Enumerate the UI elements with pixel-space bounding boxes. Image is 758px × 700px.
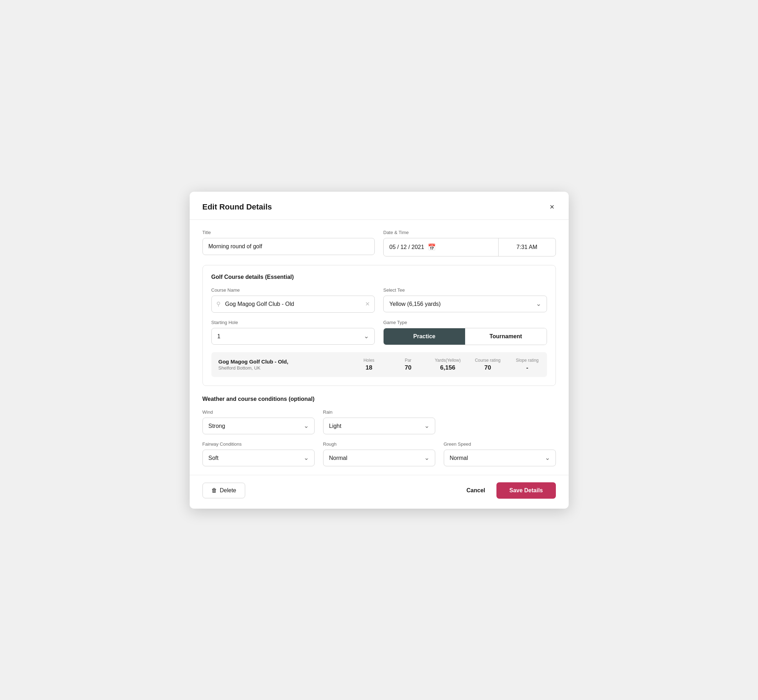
rough-select-wrap: Normal ⌄	[323, 450, 435, 466]
save-button[interactable]: Save Details	[496, 482, 556, 499]
rain-label: Rain	[323, 409, 435, 415]
fairway-select[interactable]: Soft	[202, 450, 315, 466]
date-time-label: Date & Time	[383, 230, 556, 235]
fairway-group: Fairway Conditions Soft ⌄	[202, 441, 315, 466]
game-type-label: Game Type	[383, 320, 547, 325]
modal-header: Edit Round Details ×	[190, 192, 568, 220]
course-rating-value: 70	[484, 364, 491, 371]
game-type-toggle: Practice Tournament	[383, 328, 547, 345]
conditions-row: Fairway Conditions Soft ⌄ Rough Normal	[202, 441, 556, 466]
title-date-row: Title Date & Time 05 / 12 / 2021 📅 7:31 …	[202, 230, 556, 256]
clear-icon[interactable]: ✕	[365, 300, 370, 307]
starting-hole-group: Starting Hole 1 ⌄	[211, 320, 375, 345]
modal-footer: 🗑 Delete Cancel Save Details	[190, 475, 568, 509]
starting-hole-label: Starting Hole	[211, 320, 375, 325]
search-icon: ⚲	[216, 300, 221, 307]
rough-select[interactable]: Normal	[323, 450, 435, 466]
wind-rain-row: Wind Strong ⌄ Rain Light ⌄	[202, 409, 556, 434]
weather-section: Weather and course conditions (optional)…	[202, 396, 556, 466]
wind-select[interactable]: Strong	[202, 417, 315, 434]
course-rating-label: Course rating	[475, 358, 500, 363]
edit-round-modal: Edit Round Details × Title Date & Time 0…	[190, 192, 568, 509]
modal-body: Title Date & Time 05 / 12 / 2021 📅 7:31 …	[190, 220, 568, 475]
green-speed-label: Green Speed	[444, 441, 556, 447]
date-time-field: 05 / 12 / 2021 📅 7:31 AM	[383, 238, 556, 256]
course-name-display: Gog Magog Golf Club - Old,	[219, 359, 342, 364]
time-field[interactable]: 7:31 AM	[498, 238, 556, 256]
cancel-button[interactable]: Cancel	[464, 483, 488, 498]
select-tee-label: Select Tee	[383, 288, 547, 293]
holes-value: 18	[365, 364, 372, 371]
par-value: 70	[405, 364, 411, 371]
course-rating-stat: Course rating 70	[475, 358, 500, 371]
footer-right: Cancel Save Details	[464, 482, 556, 499]
course-location: Shelford Bottom, UK	[219, 365, 342, 370]
par-label: Par	[405, 358, 411, 363]
green-speed-select[interactable]: Normal	[444, 450, 556, 466]
weather-section-title: Weather and course conditions (optional)	[202, 396, 556, 402]
select-tee-group: Select Tee Yellow (6,156 yards) ⌄	[383, 288, 547, 312]
slope-rating-stat: Slope rating -	[515, 358, 540, 371]
slope-rating-label: Slope rating	[516, 358, 539, 363]
modal-title: Edit Round Details	[202, 202, 272, 212]
fairway-label: Fairway Conditions	[202, 441, 315, 447]
yards-label: Yards(Yellow)	[435, 358, 461, 363]
holes-stat: Holes 18	[357, 358, 382, 371]
rain-select[interactable]: Light	[323, 417, 435, 434]
date-value: 05 / 12 / 2021	[389, 244, 424, 250]
course-info-box: Gog Magog Golf Club - Old, Shelford Bott…	[211, 352, 547, 377]
game-type-group: Game Type Practice Tournament	[383, 320, 547, 345]
time-value: 7:31 AM	[516, 244, 537, 250]
slope-rating-value: -	[526, 364, 528, 371]
course-name-search-wrap: ⚲ ✕	[211, 295, 375, 312]
holes-label: Holes	[363, 358, 374, 363]
practice-button[interactable]: Practice	[384, 328, 465, 345]
course-name-group: Course Name ⚲ ✕	[211, 288, 375, 312]
wind-select-wrap: Strong ⌄	[202, 417, 315, 434]
starting-hole-input[interactable]: 1	[211, 328, 375, 345]
select-tee-wrap: Yellow (6,156 yards) ⌄	[383, 295, 547, 312]
trash-icon: 🗑	[211, 487, 217, 494]
course-tee-row: Course Name ⚲ ✕ Select Tee Yellow (6,156…	[211, 288, 547, 312]
green-speed-select-wrap: Normal ⌄	[444, 450, 556, 466]
par-stat: Par 70	[396, 358, 421, 371]
date-time-group: Date & Time 05 / 12 / 2021 📅 7:31 AM	[383, 230, 556, 256]
course-info-name: Gog Magog Golf Club - Old, Shelford Bott…	[219, 359, 342, 370]
select-tee-input[interactable]: Yellow (6,156 yards)	[383, 295, 547, 312]
course-name-label: Course Name	[211, 288, 375, 293]
yards-stat: Yards(Yellow) 6,156	[435, 358, 461, 371]
tournament-button[interactable]: Tournament	[465, 328, 547, 345]
close-button[interactable]: ×	[548, 202, 556, 212]
date-field[interactable]: 05 / 12 / 2021 📅	[384, 238, 498, 256]
hole-gametype-row: Starting Hole 1 ⌄ Game Type Practice Tou…	[211, 320, 547, 345]
yards-value: 6,156	[440, 364, 456, 371]
rain-select-wrap: Light ⌄	[323, 417, 435, 434]
calendar-icon: 📅	[428, 243, 435, 251]
title-group: Title	[202, 230, 375, 256]
starting-hole-wrap: 1 ⌄	[211, 328, 375, 345]
fairway-select-wrap: Soft ⌄	[202, 450, 315, 466]
course-name-input[interactable]	[211, 295, 375, 312]
delete-button[interactable]: 🗑 Delete	[202, 483, 245, 498]
rough-label: Rough	[323, 441, 435, 447]
rough-group: Rough Normal ⌄	[323, 441, 435, 466]
title-label: Title	[202, 230, 375, 235]
wind-group: Wind Strong ⌄	[202, 409, 315, 434]
wind-label: Wind	[202, 409, 315, 415]
title-input[interactable]	[202, 238, 375, 255]
golf-course-section: Golf Course details (Essential) Course N…	[202, 265, 556, 386]
green-speed-group: Green Speed Normal ⌄	[444, 441, 556, 466]
rain-group: Rain Light ⌄	[323, 409, 435, 434]
delete-label: Delete	[220, 487, 236, 494]
golf-course-title: Golf Course details (Essential)	[211, 274, 547, 280]
